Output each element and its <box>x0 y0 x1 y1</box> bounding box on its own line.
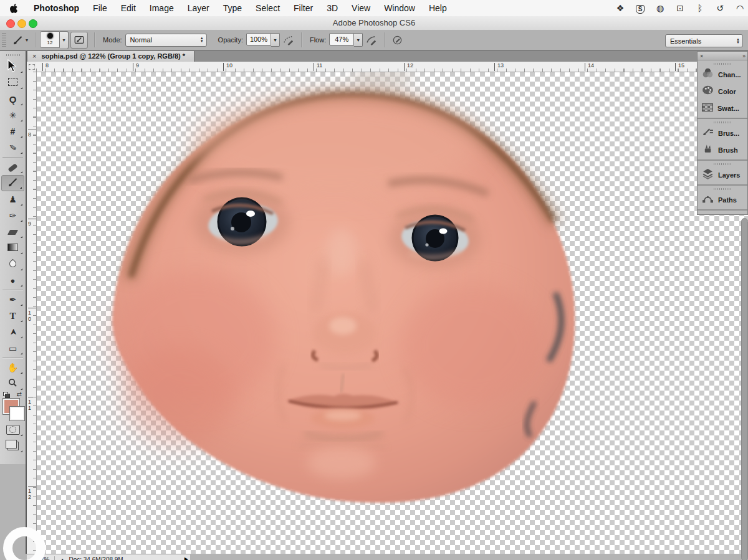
bluetooth-icon[interactable]: ᛒ <box>694 3 706 13</box>
dock-group-gripper[interactable] <box>714 188 731 190</box>
ruler-origin-box[interactable] <box>27 62 37 72</box>
menu-item-layer[interactable]: Layer <box>181 3 216 13</box>
rectangle-tool[interactable]: ▭ <box>1 340 24 356</box>
apple-menu-icon[interactable] <box>10 4 18 13</box>
path-selection-tool[interactable]: ➤ <box>1 324 24 340</box>
menu-item-filter[interactable]: Filter <box>287 3 320 13</box>
brush-icon <box>12 35 23 45</box>
opacity-control[interactable]: 100% ▼ <box>246 33 280 47</box>
workspace-select[interactable]: Essentials ▲▼ <box>665 34 743 47</box>
menu-item-window[interactable]: Window <box>377 3 422 13</box>
dock-group-gripper[interactable] <box>714 163 731 165</box>
flow-arrow[interactable]: ▼ <box>354 33 363 47</box>
dropbox-icon[interactable]: ❖ <box>615 3 626 13</box>
status-menu-icon[interactable]: ◔ <box>60 556 64 560</box>
menu-item-photoshop[interactable]: Photoshop <box>27 3 86 13</box>
status-flyout-arrow-icon[interactable]: ▶ <box>185 556 188 560</box>
menu-item-edit[interactable]: Edit <box>114 3 143 13</box>
dock-collapse-icon[interactable]: » <box>742 53 745 59</box>
clone-stamp-tool[interactable]: ♟ <box>1 191 24 207</box>
tablet-pressure-opacity-icon[interactable] <box>282 34 294 46</box>
blur-tool[interactable] <box>1 256 24 272</box>
vertical-ruler[interactable]: 89101112 <box>27 72 37 554</box>
vruler-tick-8: 8 <box>28 131 31 137</box>
opacity-value[interactable]: 100% <box>246 33 271 45</box>
clone-stamp-tool-icon: ♟ <box>9 194 17 204</box>
wifi-icon[interactable]: ◠ <box>734 3 746 13</box>
spot-healing-tool[interactable] <box>1 159 24 175</box>
menu-item-type[interactable]: Type <box>216 3 249 13</box>
lasso-tool[interactable]: Ǫ <box>1 91 24 107</box>
mouse-cursor <box>7 59 17 73</box>
dodge-tool[interactable]: ● <box>1 272 24 288</box>
brush-preset-picker[interactable]: 12 ▾ <box>40 31 69 49</box>
panel-tab-channels[interactable]: Chan... <box>698 66 747 83</box>
background-color-swatch[interactable] <box>10 407 24 420</box>
tools-separator <box>2 157 23 158</box>
tab-close-icon[interactable]: × <box>32 52 36 60</box>
panel-tab-layers[interactable]: Layers <box>698 166 747 183</box>
crop-tool[interactable]: # <box>1 123 24 140</box>
toggle-brush-panel-button[interactable] <box>70 32 88 49</box>
menu-item-file[interactable]: File <box>86 3 114 13</box>
horizontal-ruler[interactable]: 89101112131415 <box>36 62 748 72</box>
opacity-label: Opacity: <box>218 36 243 44</box>
document-tab[interactable]: × sophia.psd @ 122% (Group 1 copy, RGB/8… <box>27 50 194 62</box>
eyedropper-tool[interactable]: ✐ <box>1 140 24 156</box>
tools-separator <box>2 358 23 358</box>
panel-tab-color[interactable]: Color <box>698 83 747 100</box>
panel-tab-label: Brush <box>718 146 738 154</box>
tools-panel: ✛Ǫ✳#✐♟✑●✒T➤▭✋⇄ <box>0 51 26 464</box>
gradient-tool[interactable] <box>1 240 24 256</box>
mode-select[interactable]: Normal ▲▼ <box>125 34 207 47</box>
vruler-tick-11: 11 <box>28 398 31 411</box>
vertical-scrollbar-thumb[interactable] <box>741 218 748 560</box>
brush-tool[interactable] <box>1 175 24 191</box>
brush-panel-panel-icon <box>702 143 714 157</box>
display-icon[interactable]: ⊡ <box>674 3 686 13</box>
screen-mode-button[interactable] <box>1 438 24 454</box>
options-bar-gripper[interactable] <box>2 33 6 47</box>
panel-tab-swatches[interactable]: Swat... <box>698 100 747 116</box>
canvas[interactable] <box>36 72 748 554</box>
opacity-arrow[interactable]: ▼ <box>271 33 280 47</box>
tools-panel-gripper[interactable] <box>6 54 20 56</box>
dock-group-gripper[interactable] <box>714 63 731 65</box>
brush-preset-arrow[interactable]: ▾ <box>60 31 69 49</box>
flow-value[interactable]: 47% <box>329 33 354 45</box>
shield-icon[interactable]: S <box>635 3 646 14</box>
panel-tab-brush-presets[interactable]: Brus... <box>698 125 747 141</box>
menu-item-image[interactable]: Image <box>143 3 181 13</box>
hand-tool[interactable]: ✋ <box>1 359 24 376</box>
panel-tab-paths[interactable]: Paths <box>698 191 747 208</box>
menu-item-view[interactable]: View <box>345 3 377 13</box>
zoom-tool[interactable] <box>1 376 24 392</box>
menu-item-select[interactable]: Select <box>249 3 287 13</box>
window-title: Adobe Photoshop CS6 <box>0 16 748 30</box>
pen-tool[interactable]: ✒ <box>1 292 24 308</box>
title-bar: Adobe Photoshop CS6 <box>0 16 748 31</box>
eraser-tool[interactable] <box>1 224 24 240</box>
quick-mask-button[interactable] <box>1 422 24 438</box>
type-tool[interactable]: T <box>1 308 24 324</box>
creative-cloud-icon[interactable]: ◍ <box>654 3 666 13</box>
panel-tab-brush-panel[interactable]: Brush <box>698 141 747 158</box>
dock-group-gripper[interactable] <box>714 121 731 123</box>
rectangular-marquee-tool[interactable] <box>1 75 24 91</box>
airbrush-toggle-icon[interactable] <box>391 34 403 46</box>
time-machine-icon[interactable]: ↺ <box>714 3 726 13</box>
current-tool-preview[interactable]: ▾ <box>10 35 31 45</box>
flow-control[interactable]: 47% ▼ <box>329 33 363 47</box>
swatches-panel-icon <box>702 103 713 114</box>
flow-label: Flow: <box>310 36 326 44</box>
brush-tool-icon <box>7 177 18 189</box>
history-brush-tool[interactable]: ✑ <box>1 207 24 224</box>
default-colors-icon[interactable] <box>3 392 9 397</box>
menu-item-help[interactable]: Help <box>422 3 454 13</box>
quick-selection-tool[interactable]: ✳ <box>1 107 24 123</box>
dock-close-icon[interactable]: × <box>700 53 703 59</box>
panel-tab-label: Paths <box>718 196 737 204</box>
airbrush-pressure-icon[interactable] <box>365 34 377 46</box>
swap-colors-icon[interactable]: ⇄ <box>17 391 22 397</box>
menu-item-3d[interactable]: 3D <box>320 3 345 13</box>
